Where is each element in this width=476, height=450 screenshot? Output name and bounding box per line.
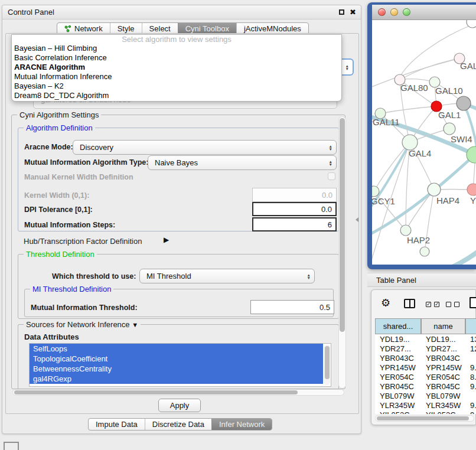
table-cell: 9. bbox=[465, 382, 476, 391]
settings-horizontal-scrollbar-thumb[interactable] bbox=[14, 390, 298, 394]
apply-button[interactable]: Apply bbox=[158, 399, 201, 412]
network-node-label: GAL80 bbox=[400, 83, 428, 93]
column-header-name[interactable]: name bbox=[421, 318, 465, 334]
document-icon[interactable] bbox=[470, 297, 476, 308]
close-icon[interactable]: ✖ bbox=[350, 9, 356, 16]
table-panel-titlebar[interactable]: Table Panel bbox=[367, 273, 476, 287]
algorithm-option-mutual-information-inference[interactable]: Mutual Information Inference bbox=[12, 72, 341, 81]
attribute-item-betweennesscentrality[interactable]: BetweennessCentrality bbox=[30, 364, 323, 374]
kernel-width-value: 0.0 bbox=[322, 191, 332, 200]
mi-threshold-definition-group: MI Threshold Definition Mutual Informati… bbox=[24, 289, 334, 317]
table-row-ybr045c[interactable]: YBR045CYBR045C9. bbox=[375, 381, 476, 391]
network-edge bbox=[439, 250, 476, 265]
checked-box-icon[interactable]: ✓ bbox=[434, 302, 439, 307]
network-node-label: GAL1 bbox=[438, 110, 461, 120]
network-node-label: HAP2 bbox=[407, 235, 430, 245]
minimize-traffic-light-icon[interactable] bbox=[390, 8, 398, 16]
table-row-yil052c[interactable]: YIL052CYIL052C9. bbox=[375, 410, 476, 414]
table-row-ydl19[interactable]: YDL19...YDL19...13 bbox=[375, 334, 476, 344]
threshold-definition-group: Threshold Definition Which threshold to … bbox=[18, 254, 339, 319]
table-row-ypr145w[interactable]: YPR145WYPR145W9. bbox=[375, 363, 476, 372]
data-attributes-label: Data Attributes bbox=[24, 332, 79, 341]
algorithm-option-dream8-dc-tdc-algorithm[interactable]: Dream8 DC_TDC Algorithm bbox=[12, 91, 341, 100]
settings-vertical-scrollbar-thumb[interactable] bbox=[340, 118, 345, 332]
network-canvas[interactable]: GALGAL80GAL10GAL1GAL11SWI4GAL4HAP4YGCY1H… bbox=[372, 20, 476, 265]
table-horizontal-scrollbar-thumb[interactable] bbox=[377, 416, 469, 420]
table-cell: YLR345W bbox=[421, 401, 465, 410]
table-row-ydr27[interactable]: YDR27...YDR27...12 bbox=[375, 344, 476, 353]
tab-label: jActiveMNodules bbox=[244, 24, 301, 33]
sources-group: Sources for Network Inference ▼ Data Att… bbox=[18, 324, 339, 390]
tab-infer-network[interactable]: Infer Network bbox=[211, 419, 272, 430]
table-horizontal-scrollbar bbox=[375, 415, 474, 422]
gear-icon[interactable]: ⚙ bbox=[381, 296, 390, 309]
combo-arrows-icon: ▲▼ bbox=[329, 145, 336, 151]
table-cell: YPR145W bbox=[375, 363, 421, 372]
algorithm-option-bayesian-k2[interactable]: Bayesian – K2 bbox=[12, 81, 341, 91]
mi-algorithm-type-combobox[interactable]: Naive Bayes ▲▼ bbox=[148, 155, 337, 170]
dpi-tolerance-field[interactable]: 0.0 bbox=[252, 202, 337, 216]
table-cell: YDR27... bbox=[421, 344, 465, 353]
table-panel-title: Table Panel bbox=[376, 276, 416, 285]
zoom-traffic-light-icon[interactable] bbox=[403, 8, 410, 16]
network-edge bbox=[374, 142, 410, 191]
mi-threshold-value: 0.5 bbox=[319, 303, 330, 312]
unchecked-box-icon[interactable] bbox=[454, 302, 459, 307]
table-row-ybl079w[interactable]: YBL079WYBL079W bbox=[375, 391, 476, 400]
expand-right-icon[interactable]: ▶ bbox=[164, 236, 169, 244]
algorithm-dropdown-popup: Select algorithm to view settings Bayesi… bbox=[11, 34, 342, 102]
network-node-gcy1[interactable] bbox=[372, 186, 379, 197]
network-node-swi4[interactable] bbox=[444, 123, 455, 135]
table-toolbar: ⚙ ✓ ✓ bbox=[371, 290, 475, 317]
algorithm-option-bayesian-hill-climbing[interactable]: Bayesian – Hill Climbing bbox=[12, 44, 341, 53]
unchecked-box-icon[interactable] bbox=[446, 302, 451, 307]
network-icon bbox=[64, 25, 71, 32]
table-row-ybr043c[interactable]: YBR043CYBR043C bbox=[375, 353, 476, 363]
table-row-ylr345w[interactable]: YLR345WYLR345W9. bbox=[375, 400, 476, 410]
which-threshold-combobox[interactable]: MI Threshold ▲▼ bbox=[139, 269, 315, 283]
attribute-item-gal4rgexp[interactable]: gal4RGexp bbox=[30, 374, 323, 384]
mi-threshold-field[interactable]: 0.5 bbox=[250, 300, 334, 314]
float-window-icon[interactable] bbox=[339, 9, 344, 15]
table-row-yer054c[interactable]: YER054CYER054C8. bbox=[375, 372, 476, 381]
table-cell: YLR345W bbox=[375, 401, 421, 410]
control-panel-titlebar[interactable]: Control Panel ✖ bbox=[2, 5, 361, 19]
attribute-item-selfloops[interactable]: SelfLoops bbox=[30, 344, 323, 354]
aracne-mode-combobox[interactable]: Discovery ▲▼ bbox=[73, 140, 337, 155]
checked-box-icon[interactable]: ✓ bbox=[426, 302, 431, 307]
attribute-item-topologicalcoefficient[interactable]: TopologicalCoefficient bbox=[30, 354, 323, 364]
network-node-hap4[interactable] bbox=[428, 183, 441, 196]
kernel-width-field: 0.0 bbox=[252, 188, 337, 202]
network-node-salmon-node[interactable] bbox=[467, 184, 476, 195]
network-node-hub-node[interactable] bbox=[457, 96, 471, 110]
network-window-titlebar[interactable] bbox=[372, 5, 476, 20]
algorithm-option-basic-correlation-inference[interactable]: Basic Correlation Inference bbox=[12, 53, 341, 63]
mi-steps-label: Mutual Information Steps: bbox=[24, 221, 115, 229]
tab-discretize-data[interactable]: Discretize Data bbox=[145, 419, 211, 430]
attributes-list-scrollbar-thumb[interactable] bbox=[325, 346, 330, 379]
tab-impute-data[interactable]: Impute Data bbox=[89, 419, 145, 430]
table-cell: YBL079W bbox=[375, 392, 421, 400]
table-cell: YBR045C bbox=[375, 382, 421, 391]
collapse-down-icon[interactable]: ▼ bbox=[132, 321, 138, 328]
columns-icon[interactable] bbox=[404, 299, 415, 308]
docked-panel-icon[interactable] bbox=[4, 442, 19, 450]
network-edge bbox=[400, 58, 459, 80]
tab-label: Cyni Toolbox bbox=[185, 24, 229, 33]
column-header-shared[interactable]: shared... bbox=[375, 318, 421, 334]
control-panel-window: Control Panel ✖ NetworkStyleSelectCyni T… bbox=[2, 5, 361, 434]
threshold-definition-title: Threshold Definition bbox=[24, 250, 97, 259]
manual-kernel-width-label: Manual Kernel Width Definition bbox=[24, 173, 133, 181]
mi-steps-field[interactable]: 6 bbox=[252, 217, 337, 231]
network-edge bbox=[380, 106, 436, 113]
network-node-bottom-node[interactable] bbox=[420, 247, 429, 256]
panel-splitter-handle[interactable] bbox=[356, 217, 358, 222]
close-traffic-light-icon[interactable] bbox=[378, 8, 386, 16]
table-cell: 9. bbox=[465, 401, 476, 410]
network-node-hap2[interactable] bbox=[400, 225, 411, 236]
algorithm-option-aracne-algorithm[interactable]: ARACNE Algorithm bbox=[12, 63, 341, 72]
table-cell: 12 bbox=[465, 344, 476, 353]
tab-label: Style bbox=[118, 24, 135, 33]
column-header-a[interactable]: A bbox=[465, 318, 476, 334]
tab-label: Infer Network bbox=[219, 420, 265, 429]
